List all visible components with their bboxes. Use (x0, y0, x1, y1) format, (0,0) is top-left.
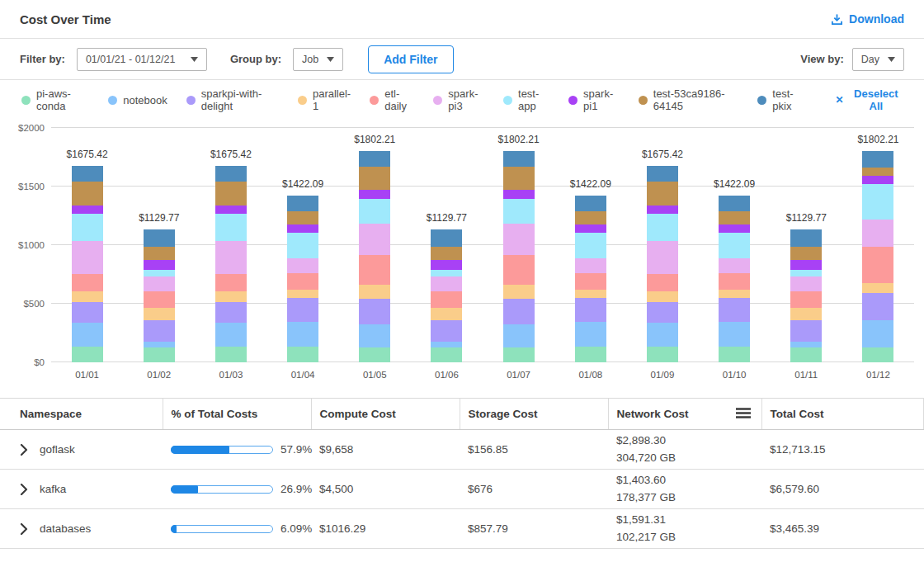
bar-segment-spark-pi1[interactable] (287, 224, 318, 233)
bar-segment-etl-daily[interactable] (215, 274, 247, 291)
legend-item-test-53ca9186-64145[interactable]: test-53ca9186-64145 (639, 87, 739, 112)
bar-segment-sparkpi-with-delight[interactable] (503, 299, 535, 324)
stacked-bar-01/10[interactable] (719, 196, 750, 362)
bar-segment-etl-daily[interactable] (359, 255, 390, 285)
bar-segment-test-pkix[interactable] (719, 196, 750, 211)
bar-segment-test-app[interactable] (647, 214, 678, 241)
bar-segment-pi-aws-conda[interactable] (287, 347, 318, 362)
bar-segment-test-pkix[interactable] (72, 166, 103, 182)
bar-segment-notebook[interactable] (72, 323, 103, 347)
stacked-bar-01/09[interactable] (647, 166, 678, 362)
bar-segment-notebook[interactable] (215, 323, 247, 347)
bar-segment-etl-daily[interactable] (287, 273, 318, 290)
bar-segment-spark-pi1[interactable] (72, 206, 103, 214)
bar-segment-pi-aws-conda[interactable] (790, 347, 822, 362)
bar-segment-parallel-1[interactable] (862, 283, 893, 293)
bar-segment-spark-pi1[interactable] (359, 190, 390, 199)
bar-segment-test-pkix[interactable] (790, 229, 822, 246)
bar-segment-parallel-1[interactable] (144, 308, 175, 320)
legend-item-pi-aws-conda[interactable]: pi-aws-conda (21, 87, 89, 112)
bar-segment-spark-pi3[interactable] (790, 276, 822, 292)
bar-segment-parallel-1[interactable] (575, 290, 606, 298)
stacked-bar-01/11[interactable] (790, 229, 822, 362)
bar-segment-sparkpi-with-delight[interactable] (72, 302, 103, 323)
bar-segment-test-app[interactable] (72, 214, 103, 241)
bar-segment-spark-pi3[interactable] (359, 224, 390, 255)
bar-segment-etl-daily[interactable] (719, 273, 750, 290)
bar-segment-test-pkix[interactable] (359, 151, 390, 166)
bar-segment-sparkpi-with-delight[interactable] (144, 320, 175, 342)
legend-item-spark-pi1[interactable]: spark-pi1 (568, 87, 620, 112)
bar-segment-spark-pi3[interactable] (575, 258, 606, 273)
bar-segment-spark-pi1[interactable] (790, 260, 822, 270)
bar-segment-spark-pi1[interactable] (647, 206, 678, 214)
expand-row-chevron-icon[interactable] (20, 484, 28, 495)
bar-segment-test-pkix[interactable] (647, 166, 678, 182)
bar-segment-parallel-1[interactable] (647, 291, 678, 302)
bar-segment-test-pkix[interactable] (215, 166, 247, 182)
bar-segment-spark-pi3[interactable] (144, 276, 175, 292)
bar-segment-pi-aws-conda[interactable] (359, 347, 390, 362)
bar-segment-parallel-1[interactable] (431, 308, 462, 320)
bar-segment-spark-pi1[interactable] (575, 224, 606, 233)
bar-segment-pi-aws-conda[interactable] (862, 347, 893, 362)
bar-segment-parallel-1[interactable] (790, 308, 822, 320)
bar-segment-etl-daily[interactable] (575, 273, 606, 290)
bar-segment-test-pkix[interactable] (287, 196, 318, 211)
bar-segment-test-53ca9186-64145[interactable] (790, 247, 822, 260)
expand-row-chevron-icon[interactable] (20, 523, 28, 535)
bar-segment-test-53ca9186-64145[interactable] (575, 211, 606, 224)
bar-segment-pi-aws-conda[interactable] (215, 347, 247, 362)
bar-segment-test-53ca9186-64145[interactable] (215, 182, 247, 206)
bar-segment-notebook[interactable] (647, 323, 678, 347)
bar-segment-notebook[interactable] (359, 324, 390, 347)
bar-segment-spark-pi1[interactable] (719, 224, 750, 233)
bar-segment-spark-pi1[interactable] (862, 176, 893, 184)
bar-segment-test-pkix[interactable] (431, 229, 462, 246)
bar-segment-test-app[interactable] (215, 214, 247, 241)
bar-segment-spark-pi3[interactable] (215, 241, 247, 274)
legend-item-spark-pi3[interactable]: spark-pi3 (433, 87, 484, 112)
bar-segment-spark-pi3[interactable] (287, 258, 318, 273)
bar-segment-test-pkix[interactable] (144, 229, 175, 246)
bar-segment-spark-pi3[interactable] (431, 276, 462, 292)
bar-segment-notebook[interactable] (287, 322, 318, 347)
bar-segment-sparkpi-with-delight[interactable] (431, 320, 462, 342)
bar-segment-notebook[interactable] (503, 324, 535, 347)
stacked-bar-01/01[interactable] (72, 166, 103, 362)
group-by-select[interactable]: Job (293, 48, 343, 71)
bar-segment-test-53ca9186-64145[interactable] (144, 247, 175, 260)
bar-segment-parallel-1[interactable] (287, 290, 318, 298)
bar-segment-etl-daily[interactable] (72, 274, 103, 291)
legend-item-test-app[interactable]: test-app (503, 87, 549, 112)
bar-segment-pi-aws-conda[interactable] (503, 347, 535, 362)
bar-segment-test-53ca9186-64145[interactable] (503, 167, 535, 190)
legend-item-notebook[interactable]: notebook (108, 94, 167, 106)
bar-segment-pi-aws-conda[interactable] (647, 347, 678, 362)
bar-segment-test-53ca9186-64145[interactable] (719, 211, 750, 224)
bar-segment-notebook[interactable] (575, 322, 606, 347)
bar-segment-pi-aws-conda[interactable] (72, 347, 103, 362)
bar-segment-test-app[interactable] (790, 270, 822, 276)
bar-segment-sparkpi-with-delight[interactable] (790, 320, 822, 342)
column-menu-icon[interactable] (735, 407, 752, 421)
bar-segment-sparkpi-with-delight[interactable] (719, 298, 750, 323)
bar-segment-test-app[interactable] (359, 199, 390, 224)
stacked-bar-01/07[interactable] (503, 151, 535, 362)
bar-segment-sparkpi-with-delight[interactable] (359, 299, 390, 324)
bar-segment-test-53ca9186-64145[interactable] (431, 247, 462, 260)
bar-segment-notebook[interactable] (719, 322, 750, 347)
date-range-select[interactable]: 01/01/21 - 01/12/21 (77, 48, 207, 71)
legend-item-etl-daily[interactable]: etl-daily (370, 87, 414, 112)
stacked-bar-01/04[interactable] (287, 196, 318, 362)
bar-segment-parallel-1[interactable] (719, 290, 750, 298)
bar-segment-test-pkix[interactable] (862, 151, 893, 168)
bar-segment-spark-pi1[interactable] (503, 190, 535, 199)
stacked-bar-01/05[interactable] (359, 151, 390, 362)
bar-segment-spark-pi3[interactable] (647, 241, 678, 274)
bar-segment-etl-daily[interactable] (503, 255, 535, 285)
bar-segment-parallel-1[interactable] (503, 285, 535, 299)
bar-segment-test-app[interactable] (503, 199, 535, 224)
bar-segment-sparkpi-with-delight[interactable] (575, 298, 606, 323)
bar-segment-parallel-1[interactable] (72, 291, 103, 302)
